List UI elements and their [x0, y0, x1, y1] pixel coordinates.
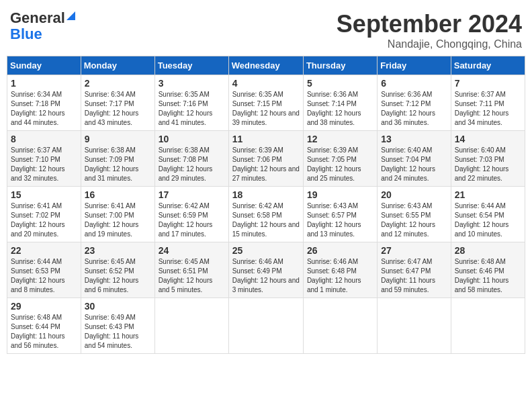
col-saturday: Saturday	[451, 56, 525, 75]
title-section: September 2024 Nandajie, Chongqing, Chin…	[337, 10, 522, 50]
day-number: 16	[85, 189, 151, 200]
calendar-cell: 3 Sunrise: 6:35 AMSunset: 7:16 PMDayligh…	[154, 75, 228, 131]
calendar-cell: 9 Sunrise: 6:38 AMSunset: 7:09 PMDayligh…	[81, 131, 154, 187]
day-info: Sunrise: 6:41 AMSunset: 7:00 PMDaylight:…	[85, 202, 139, 238]
day-number: 2	[85, 78, 151, 89]
day-info: Sunrise: 6:41 AMSunset: 7:02 PMDaylight:…	[11, 202, 65, 238]
calendar-cell: 19 Sunrise: 6:43 AMSunset: 6:57 PMDaylig…	[303, 187, 377, 242]
calendar-cell: 5 Sunrise: 6:36 AMSunset: 7:14 PMDayligh…	[303, 75, 377, 131]
calendar-week-4: 22 Sunrise: 6:44 AMSunset: 6:53 PMDaylig…	[7, 242, 525, 298]
day-info: Sunrise: 6:40 AMSunset: 7:03 PMDaylight:…	[455, 146, 509, 182]
calendar-cell: 20 Sunrise: 6:43 AMSunset: 6:55 PMDaylig…	[378, 187, 451, 242]
day-number: 29	[11, 301, 77, 312]
calendar-cell: 15 Sunrise: 6:41 AMSunset: 7:02 PMDaylig…	[7, 187, 81, 242]
day-number: 30	[85, 301, 151, 312]
logo-triangle-icon	[66, 11, 75, 20]
calendar-cell: 22 Sunrise: 6:44 AMSunset: 6:53 PMDaylig…	[7, 242, 81, 298]
day-info: Sunrise: 6:34 AMSunset: 7:17 PMDaylight:…	[85, 91, 139, 126]
day-number: 13	[381, 134, 447, 144]
calendar-week-3: 15 Sunrise: 6:41 AMSunset: 7:02 PMDaylig…	[7, 187, 525, 242]
day-info: Sunrise: 6:34 AMSunset: 7:18 PMDaylight:…	[11, 91, 65, 126]
day-info: Sunrise: 6:38 AMSunset: 7:08 PMDaylight:…	[159, 146, 213, 182]
logo-blue: Blue	[10, 26, 42, 42]
day-info: Sunrise: 6:37 AMSunset: 7:11 PMDaylight:…	[455, 91, 509, 126]
day-info: Sunrise: 6:45 AMSunset: 6:52 PMDaylight:…	[85, 258, 139, 293]
day-number: 21	[455, 189, 521, 200]
calendar-cell: 4 Sunrise: 6:35 AMSunset: 7:15 PMDayligh…	[228, 75, 303, 131]
calendar-cell: 10 Sunrise: 6:38 AMSunset: 7:08 PMDaylig…	[154, 131, 228, 187]
calendar-cell	[451, 298, 525, 354]
col-tuesday: Tuesday	[154, 56, 228, 75]
day-number: 18	[232, 189, 300, 200]
calendar-cell: 29 Sunrise: 6:48 AMSunset: 6:44 PMDaylig…	[7, 298, 81, 354]
day-info: Sunrise: 6:42 AMSunset: 6:59 PMDaylight:…	[159, 202, 213, 238]
day-info: Sunrise: 6:49 AMSunset: 6:43 PMDaylight:…	[85, 314, 139, 349]
calendar-cell: 16 Sunrise: 6:41 AMSunset: 7:00 PMDaylig…	[81, 187, 154, 242]
day-number: 8	[11, 134, 77, 144]
day-info: Sunrise: 6:39 AMSunset: 7:05 PMDaylight:…	[307, 146, 361, 182]
day-info: Sunrise: 6:45 AMSunset: 6:51 PMDaylight:…	[159, 258, 213, 293]
calendar-cell: 21 Sunrise: 6:44 AMSunset: 6:54 PMDaylig…	[451, 187, 525, 242]
calendar-cell	[228, 298, 303, 354]
day-info: Sunrise: 6:48 AMSunset: 6:44 PMDaylight:…	[11, 314, 65, 349]
day-number: 14	[455, 134, 521, 144]
day-info: Sunrise: 6:43 AMSunset: 6:55 PMDaylight:…	[381, 202, 435, 238]
day-number: 26	[307, 245, 373, 256]
calendar-cell: 18 Sunrise: 6:42 AMSunset: 6:58 PMDaylig…	[228, 187, 303, 242]
day-info: Sunrise: 6:44 AMSunset: 6:54 PMDaylight:…	[455, 202, 509, 238]
day-number: 3	[159, 78, 225, 89]
day-number: 15	[11, 189, 77, 200]
day-info: Sunrise: 6:40 AMSunset: 7:04 PMDaylight:…	[381, 146, 435, 182]
calendar-cell: 6 Sunrise: 6:36 AMSunset: 7:12 PMDayligh…	[378, 75, 451, 131]
calendar-week-1: 1 Sunrise: 6:34 AMSunset: 7:18 PMDayligh…	[7, 75, 525, 131]
col-sunday: Sunday	[7, 56, 81, 75]
col-wednesday: Wednesday	[228, 56, 303, 75]
day-number: 28	[455, 245, 521, 256]
page-subtitle: Nandajie, Chongqing, China	[337, 38, 522, 50]
calendar-cell: 26 Sunrise: 6:46 AMSunset: 6:48 PMDaylig…	[303, 242, 377, 298]
calendar-cell	[378, 298, 451, 354]
day-info: Sunrise: 6:48 AMSunset: 6:46 PMDaylight:…	[455, 258, 509, 293]
calendar-cell: 8 Sunrise: 6:37 AMSunset: 7:10 PMDayligh…	[7, 131, 81, 187]
day-info: Sunrise: 6:43 AMSunset: 6:57 PMDaylight:…	[307, 202, 361, 238]
day-number: 19	[307, 189, 373, 200]
day-info: Sunrise: 6:42 AMSunset: 6:58 PMDaylight:…	[232, 202, 300, 238]
calendar-cell: 14 Sunrise: 6:40 AMSunset: 7:03 PMDaylig…	[451, 131, 525, 187]
col-friday: Friday	[378, 56, 451, 75]
day-number: 10	[159, 134, 225, 144]
day-number: 7	[455, 78, 521, 89]
col-monday: Monday	[81, 56, 154, 75]
day-info: Sunrise: 6:38 AMSunset: 7:09 PMDaylight:…	[85, 146, 139, 182]
calendar-cell: 7 Sunrise: 6:37 AMSunset: 7:11 PMDayligh…	[451, 75, 525, 131]
day-number: 4	[232, 78, 300, 89]
day-number: 22	[11, 245, 77, 256]
calendar-cell: 12 Sunrise: 6:39 AMSunset: 7:05 PMDaylig…	[303, 131, 377, 187]
calendar-cell: 23 Sunrise: 6:45 AMSunset: 6:52 PMDaylig…	[81, 242, 154, 298]
day-number: 23	[85, 245, 151, 256]
day-number: 12	[307, 134, 373, 144]
calendar-cell: 25 Sunrise: 6:46 AMSunset: 6:49 PMDaylig…	[228, 242, 303, 298]
day-info: Sunrise: 6:44 AMSunset: 6:53 PMDaylight:…	[11, 258, 65, 293]
logo-general: General	[10, 9, 65, 26]
day-info: Sunrise: 6:47 AMSunset: 6:47 PMDaylight:…	[381, 258, 435, 293]
day-info: Sunrise: 6:36 AMSunset: 7:12 PMDaylight:…	[381, 91, 435, 126]
calendar-cell: 1 Sunrise: 6:34 AMSunset: 7:18 PMDayligh…	[7, 75, 81, 131]
page-title: September 2024	[337, 10, 522, 38]
calendar-cell: 13 Sunrise: 6:40 AMSunset: 7:04 PMDaylig…	[378, 131, 451, 187]
calendar-cell: 30 Sunrise: 6:49 AMSunset: 6:43 PMDaylig…	[81, 298, 154, 354]
day-number: 5	[307, 78, 373, 89]
day-number: 27	[381, 245, 447, 256]
calendar-week-2: 8 Sunrise: 6:37 AMSunset: 7:10 PMDayligh…	[7, 131, 525, 187]
day-number: 24	[159, 245, 225, 256]
logo: General Blue	[10, 10, 75, 42]
calendar-table: Sunday Monday Tuesday Wednesday Thursday…	[7, 56, 525, 354]
day-info: Sunrise: 6:39 AMSunset: 7:06 PMDaylight:…	[232, 146, 300, 182]
calendar-week-5: 29 Sunrise: 6:48 AMSunset: 6:44 PMDaylig…	[7, 298, 525, 354]
col-thursday: Thursday	[303, 56, 377, 75]
calendar-header-row: Sunday Monday Tuesday Wednesday Thursday…	[7, 56, 525, 75]
day-info: Sunrise: 6:36 AMSunset: 7:14 PMDaylight:…	[307, 91, 361, 126]
day-info: Sunrise: 6:37 AMSunset: 7:10 PMDaylight:…	[11, 146, 65, 182]
day-info: Sunrise: 6:46 AMSunset: 6:48 PMDaylight:…	[307, 258, 361, 293]
day-number: 11	[232, 134, 300, 144]
day-number: 17	[159, 189, 225, 200]
